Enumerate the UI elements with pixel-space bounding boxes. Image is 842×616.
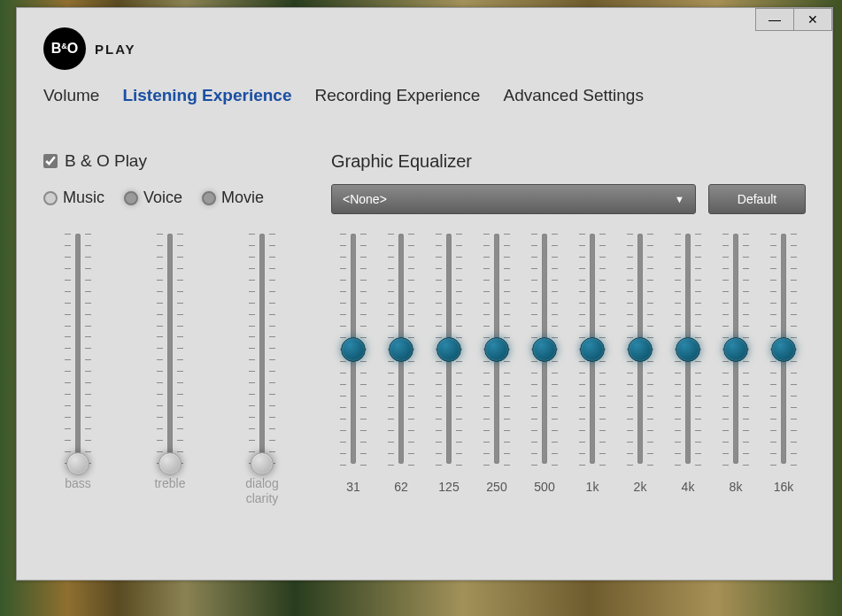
eq-band-4k[interactable]: 4k <box>668 234 708 494</box>
radio-icon <box>124 191 138 205</box>
eq-band-set: 31 62 125 250 500 <box>331 234 806 494</box>
slider-ticks <box>157 234 183 464</box>
enable-bo-play-label: B & O Play <box>65 151 147 171</box>
mode-movie[interactable]: Movie <box>202 189 264 207</box>
eq-knob[interactable] <box>771 337 796 362</box>
eq-knob[interactable] <box>436 337 461 362</box>
eq-freq-label: 500 <box>534 480 554 494</box>
eq-knob[interactable] <box>723 337 748 362</box>
brand-name: PLAY <box>95 42 136 57</box>
radio-icon <box>202 191 216 205</box>
slider-bass[interactable]: bass <box>47 234 109 506</box>
enable-bo-play-row: B & O Play <box>43 151 313 171</box>
content: B & O Play Music Voice Movie <box>17 121 832 580</box>
slider-label: dialog clarity <box>231 476 293 506</box>
minimize-button[interactable]: — <box>755 8 794 31</box>
mode-radio-group: Music Voice Movie <box>43 189 313 207</box>
eq-freq-label: 1k <box>586 480 599 494</box>
mode-music[interactable]: Music <box>43 189 104 207</box>
mode-label: Music <box>63 189 104 207</box>
eq-band-2k[interactable]: 2k <box>620 234 660 494</box>
close-button[interactable]: ✕ <box>793 8 832 31</box>
eq-knob[interactable] <box>484 337 509 362</box>
eq-band-62[interactable]: 62 <box>381 234 421 494</box>
slider-knob[interactable] <box>158 452 182 475</box>
slider-knob[interactable] <box>66 452 89 475</box>
tab-volume[interactable]: Volume <box>43 86 99 105</box>
eq-freq-label: 125 <box>438 480 459 494</box>
enable-bo-play-checkbox[interactable] <box>43 154 58 168</box>
left-panel: B & O Play Music Voice Movie <box>43 151 313 562</box>
eq-freq-label: 62 <box>394 480 408 494</box>
preset-dropdown[interactable]: <None> ▼ <box>331 184 696 214</box>
eq-freq-label: 4k <box>682 480 695 494</box>
eq-knob[interactable] <box>389 337 413 362</box>
tone-sliders: bass treble dialog cla <box>43 234 313 506</box>
slider-label: bass <box>65 476 91 491</box>
equalizer-panel: Graphic Equalizer <None> ▼ Default 31 62 <box>331 151 806 562</box>
slider-ticks <box>65 234 91 464</box>
eq-band-8k[interactable]: 8k <box>715 234 756 494</box>
eq-knob[interactable] <box>628 337 653 362</box>
tab-recording-experience[interactable]: Recording Experience <box>315 86 481 105</box>
eq-band-125[interactable]: 125 <box>429 234 469 494</box>
eq-knob[interactable] <box>580 337 605 362</box>
eq-freq-label: 16k <box>774 480 794 494</box>
preset-row: <None> ▼ Default <box>331 184 806 214</box>
eq-freq-label: 2k <box>634 480 647 494</box>
slider-knob[interactable] <box>251 452 274 475</box>
preset-selected: <None> <box>343 192 387 206</box>
main-tabs: Volume Listening Experience Recording Ex… <box>17 82 832 121</box>
slider-ticks <box>249 234 275 464</box>
slider-treble[interactable]: treble <box>139 234 201 506</box>
tab-advanced-settings[interactable]: Advanced Settings <box>503 86 643 105</box>
eq-band-31[interactable]: 31 <box>333 234 374 494</box>
eq-knob[interactable] <box>341 337 366 362</box>
titlebar: — ✕ <box>756 8 832 31</box>
chevron-down-icon: ▼ <box>675 194 684 204</box>
eq-freq-label: 8k <box>730 480 743 494</box>
slider-dialog-clarity[interactable]: dialog clarity <box>231 234 293 506</box>
mode-voice[interactable]: Voice <box>124 189 182 207</box>
equalizer-title: Graphic Equalizer <box>331 151 806 172</box>
eq-knob[interactable] <box>676 337 700 362</box>
eq-freq-label: 31 <box>346 480 360 494</box>
brand: B&O PLAY <box>17 8 832 82</box>
eq-band-1k[interactable]: 1k <box>572 234 613 494</box>
slider-label: treble <box>154 476 185 491</box>
mode-label: Voice <box>143 189 182 207</box>
radio-icon <box>43 191 58 205</box>
tab-listening-experience[interactable]: Listening Experience <box>122 86 291 105</box>
default-button[interactable]: Default <box>708 184 806 214</box>
mode-label: Movie <box>221 189 264 207</box>
eq-band-250[interactable]: 250 <box>476 234 517 494</box>
eq-band-16k[interactable]: 16k <box>763 234 804 494</box>
eq-freq-label: 250 <box>486 480 506 494</box>
eq-knob[interactable] <box>532 337 557 362</box>
app-window: — ✕ B&O PLAY Volume Listening Experience… <box>16 7 833 581</box>
eq-band-500[interactable]: 500 <box>524 234 565 494</box>
brand-logo-icon: B&O <box>43 27 86 70</box>
